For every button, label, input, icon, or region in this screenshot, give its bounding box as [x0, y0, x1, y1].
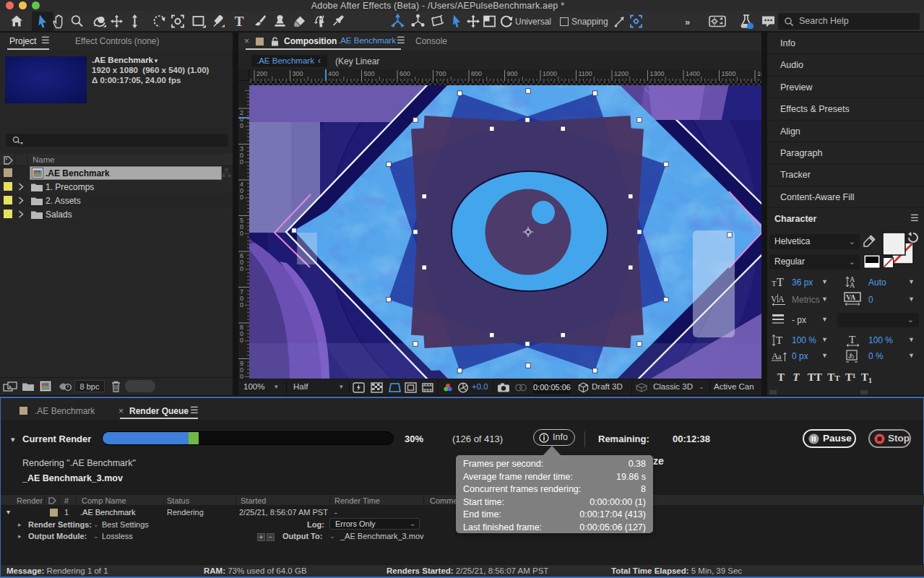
- svg-text:a: a: [778, 353, 782, 361]
- svg-text:0: 0: [240, 158, 243, 165]
- svg-text:T: T: [777, 276, 784, 288]
- svg-text:700: 700: [436, 70, 446, 77]
- svg-text:800: 800: [471, 70, 482, 77]
- svg-text:1100: 1100: [579, 70, 592, 77]
- svg-text:400: 400: [328, 70, 339, 77]
- svg-text:0: 0: [240, 301, 243, 309]
- svg-text:0: 0: [240, 373, 243, 379]
- svg-text:600: 600: [400, 70, 410, 77]
- svg-text:A: A: [778, 294, 785, 304]
- svg-text:500: 500: [364, 70, 375, 77]
- svg-text:T: T: [776, 335, 782, 346]
- svg-text:0: 0: [240, 265, 243, 272]
- svg-text:1200: 1200: [614, 70, 629, 77]
- svg-text:1400: 1400: [686, 70, 700, 77]
- svg-text:0: 0: [240, 122, 243, 129]
- svg-text:1500: 1500: [722, 70, 736, 77]
- svg-text:VA: VA: [846, 293, 856, 301]
- svg-text:200: 200: [256, 70, 267, 77]
- svg-text:300: 300: [293, 70, 303, 77]
- svg-text:T: T: [772, 279, 777, 288]
- svg-text:1600: 1600: [757, 70, 761, 77]
- svg-text:あ: あ: [848, 352, 855, 359]
- svg-text:0: 0: [240, 337, 243, 344]
- svg-text:V: V: [771, 294, 777, 304]
- svg-text:0: 0: [240, 230, 243, 237]
- svg-text:0: 0: [240, 194, 243, 201]
- svg-text:A: A: [850, 281, 855, 289]
- svg-text:1000: 1000: [543, 70, 557, 77]
- svg-text:1300: 1300: [650, 70, 665, 77]
- svg-text:T: T: [849, 334, 855, 345]
- svg-text:900: 900: [507, 70, 518, 77]
